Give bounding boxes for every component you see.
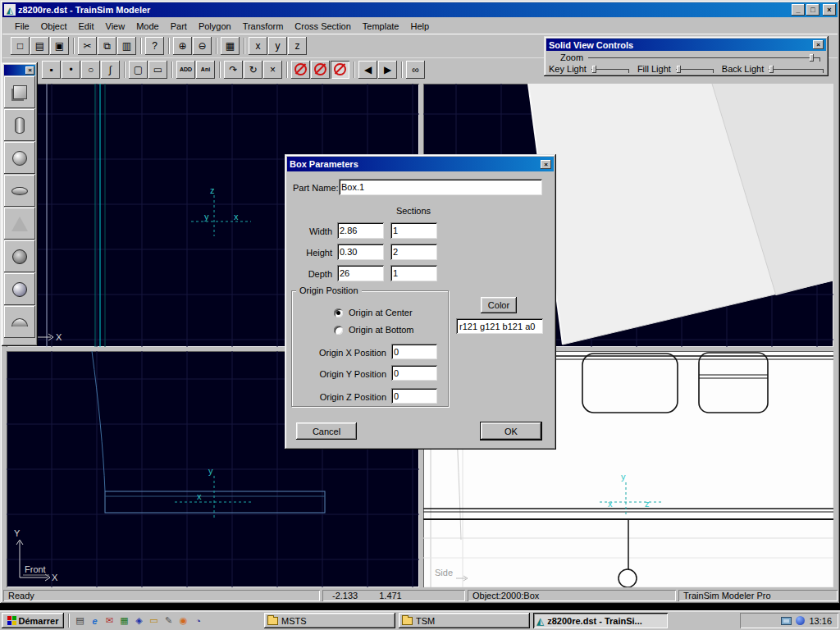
menu-edit[interactable]: Edit bbox=[73, 20, 100, 33]
geosphere-tool-button[interactable] bbox=[4, 240, 35, 272]
marquee-select-button[interactable]: ▢ bbox=[129, 61, 148, 79]
rotate-button[interactable]: ↻ bbox=[244, 61, 262, 79]
depth-sections-input[interactable] bbox=[390, 265, 437, 281]
window-app-icon[interactable]: ◈ bbox=[132, 614, 146, 628]
fill-light-knob[interactable] bbox=[677, 66, 681, 73]
open-file-button[interactable]: ▤ bbox=[30, 37, 49, 55]
key-light-slider[interactable] bbox=[591, 65, 629, 73]
vertex-tool-button[interactable]: • bbox=[62, 61, 80, 79]
task-button-z8200re[interactable]: ◭ z8200re.dst - TrainSi... bbox=[533, 613, 668, 628]
prohibit-faces-button[interactable] bbox=[331, 61, 349, 79]
origin-at-center-radio[interactable] bbox=[334, 308, 343, 317]
previous-button[interactable]: ◀ bbox=[358, 61, 377, 79]
folder-icon[interactable]: ▭ bbox=[147, 614, 161, 628]
spline-tool-button[interactable]: ∫ bbox=[101, 61, 120, 79]
measure-button[interactable]: ▭ bbox=[148, 61, 167, 79]
new-file-button[interactable]: □ bbox=[11, 37, 30, 55]
media-icon[interactable]: ◉ bbox=[176, 614, 190, 628]
shaded-sphere-tool-button[interactable] bbox=[4, 273, 35, 305]
width-sections-input[interactable] bbox=[390, 222, 437, 239]
maximize-button[interactable]: □ bbox=[806, 4, 819, 16]
back-light-slider[interactable] bbox=[769, 65, 824, 73]
minimize-button[interactable]: _ bbox=[792, 4, 805, 16]
prohibit-points-button[interactable] bbox=[291, 61, 310, 79]
menu-object[interactable]: Object bbox=[35, 20, 73, 33]
key-light-knob[interactable] bbox=[592, 66, 596, 73]
svg-text:y: y bbox=[208, 466, 213, 476]
point-tool-button[interactable]: ▪ bbox=[42, 61, 61, 79]
notes-icon[interactable]: ✎ bbox=[162, 614, 176, 628]
disc-tool-button[interactable] bbox=[4, 175, 35, 207]
ok-button[interactable]: OK bbox=[481, 422, 541, 440]
add-button[interactable]: ADD bbox=[176, 61, 195, 79]
window-titlebar[interactable]: ◭ z8200re.dst - TrainSim Modeler _ □ × bbox=[2, 2, 838, 17]
cut-button[interactable]: ✂ bbox=[78, 37, 97, 55]
menu-transform[interactable]: Transform bbox=[237, 20, 290, 33]
solid-view-controls-titlebar[interactable]: Solid View Controls × bbox=[546, 39, 826, 51]
menu-part[interactable]: Part bbox=[165, 20, 193, 33]
find-button[interactable]: ∞ bbox=[406, 61, 425, 79]
zoom-slider-knob[interactable] bbox=[810, 54, 814, 62]
desktop-icon[interactable]: ▤ bbox=[73, 614, 87, 628]
start-button[interactable]: Démarrer bbox=[2, 613, 64, 628]
close-button[interactable]: × bbox=[823, 4, 836, 16]
origin-z-input[interactable] bbox=[391, 388, 437, 404]
menu-template[interactable]: Template bbox=[357, 20, 405, 33]
display-tray-icon[interactable] bbox=[781, 617, 792, 625]
dialog-close-button[interactable]: × bbox=[541, 160, 551, 169]
circle-tool-button[interactable]: ○ bbox=[81, 61, 100, 79]
height-input[interactable] bbox=[337, 244, 384, 260]
z-axis-button[interactable]: z bbox=[288, 37, 307, 55]
menu-file[interactable]: File bbox=[9, 20, 35, 33]
help-app-icon[interactable]: ◔ bbox=[191, 614, 205, 628]
depth-input[interactable] bbox=[337, 265, 384, 281]
cube-tool-button[interactable] bbox=[4, 76, 35, 108]
context-help-button[interactable]: ? bbox=[145, 37, 164, 55]
network-tray-icon[interactable] bbox=[796, 616, 805, 625]
width-input[interactable] bbox=[337, 222, 384, 239]
palette-close-button[interactable]: × bbox=[25, 66, 34, 75]
solid-view-controls-close-button[interactable]: × bbox=[813, 40, 824, 49]
curved-arrow-button[interactable]: ↷ bbox=[224, 61, 243, 79]
width-label: Width bbox=[290, 226, 332, 236]
menu-polygon[interactable]: Polygon bbox=[193, 20, 237, 33]
cylinder-tool-button[interactable] bbox=[4, 109, 35, 141]
zoom-slider[interactable] bbox=[588, 53, 820, 62]
menu-help[interactable]: Help bbox=[404, 20, 435, 33]
menu-view[interactable]: View bbox=[100, 20, 131, 33]
x-axis-button[interactable]: x bbox=[249, 37, 267, 55]
next-button[interactable]: ▶ bbox=[378, 61, 397, 79]
y-axis-button[interactable]: y bbox=[268, 37, 287, 55]
origin-at-bottom-radio[interactable] bbox=[334, 326, 343, 335]
prohibit-edges-button[interactable] bbox=[311, 61, 330, 79]
part-name-input[interactable] bbox=[339, 179, 542, 195]
dialog-titlebar[interactable]: Box Parameters × bbox=[287, 157, 554, 171]
fill-light-slider[interactable] bbox=[676, 65, 714, 73]
dome-tool-button[interactable] bbox=[4, 306, 35, 338]
paste-button[interactable]: ▥ bbox=[117, 37, 136, 55]
delete-cross-button[interactable]: × bbox=[263, 61, 282, 79]
grid-toggle-button[interactable]: ▦ bbox=[221, 37, 240, 55]
menu-cross-section[interactable]: Cross Section bbox=[289, 20, 356, 33]
clock[interactable]: 13:16 bbox=[809, 616, 832, 626]
origin-x-input[interactable] bbox=[391, 344, 437, 359]
cancel-button[interactable]: Cancel bbox=[296, 422, 357, 440]
spreadsheet-icon[interactable]: ▦ bbox=[117, 614, 131, 628]
zoom-out-button[interactable]: ⊖ bbox=[193, 37, 212, 55]
sphere-tool-button[interactable] bbox=[4, 142, 35, 174]
save-button[interactable]: ▣ bbox=[50, 37, 69, 55]
animation-button[interactable]: Ani bbox=[196, 61, 215, 79]
shape-palette-titlebar[interactable]: × bbox=[4, 65, 35, 75]
origin-y-input[interactable] bbox=[391, 365, 437, 381]
mail-icon[interactable]: ✉ bbox=[103, 614, 116, 628]
color-button[interactable]: Color bbox=[481, 297, 517, 313]
copy-button[interactable]: ⧉ bbox=[98, 37, 116, 55]
back-light-knob[interactable] bbox=[769, 66, 774, 73]
task-button-tsm[interactable]: TSM bbox=[399, 613, 530, 628]
internet-explorer-icon[interactable]: e bbox=[88, 614, 102, 628]
zoom-in-button[interactable]: ⊕ bbox=[173, 37, 192, 55]
height-sections-input[interactable] bbox=[390, 244, 437, 260]
menu-mode[interactable]: Mode bbox=[130, 20, 165, 33]
task-button-msts[interactable]: MSTS bbox=[264, 613, 395, 628]
cone-tool-button[interactable] bbox=[4, 208, 35, 240]
